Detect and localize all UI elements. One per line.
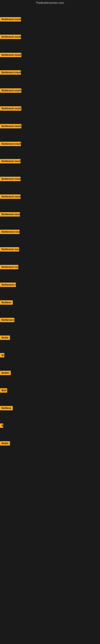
bottleneck-badge-8[interactable]: Bottleneck result [0,142,21,146]
bottleneck-badge-25[interactable]: Bottle [0,441,10,446]
bottleneck-badge-container-10: Bottleneck result [0,177,21,182]
bottleneck-badge-15[interactable]: Bottleneck result [0,265,18,269]
bottleneck-badge-23[interactable]: Bottlene [0,406,13,410]
bottleneck-badge-container-12: Bottleneck result [0,212,20,217]
bottleneck-badge-container-3: Bottleneck result [0,53,21,58]
bottleneck-badge-2[interactable]: Bottleneck result [0,34,21,39]
bottleneck-badge-container-19: Bottle [0,336,10,341]
bottleneck-badge-20[interactable]: Bo [0,353,4,358]
bottleneck-badge-container-4: Bottleneck result [0,70,21,76]
bottleneck-badge-container-16: Bottleneck re [0,282,16,288]
bottleneck-badge-container-25: Bottle [0,441,10,446]
bottleneck-badge-container-13: Bottleneck result [0,230,20,235]
bottleneck-badge-17[interactable]: Bottlene [0,300,13,305]
bottleneck-badge-container-7: Bottleneck result [0,124,21,129]
bottleneck-badge-21[interactable]: Bottler [0,371,11,375]
bottleneck-badge-22[interactable]: Bott [0,388,7,393]
bottleneck-badge-container-8: Bottleneck result [0,142,21,147]
bottleneck-badge-10[interactable]: Bottleneck result [0,177,21,181]
bottleneck-badge-7[interactable]: Bottleneck result [0,124,21,128]
bottleneck-badge-container-17: Bottlene [0,300,13,306]
bottleneck-badge-14[interactable]: Bottleneck result [0,247,19,252]
bottleneck-badge-container-23: Bottlene [0,406,13,411]
bottleneck-badge-1[interactable]: Bottleneck result [0,17,21,22]
bottleneck-badge-13[interactable]: Bottleneck result [0,230,20,234]
bottleneck-badge-container-18: Bottleneck [0,318,14,323]
bottleneck-badge-container-20: Bo [0,353,4,358]
bottleneck-badge-container-9: Bottleneck result [0,159,21,164]
bottleneck-badge-container-22: Bott [0,388,7,394]
bottleneck-badge-6[interactable]: Bottleneck result [0,106,21,111]
bottleneck-badge-4[interactable]: Bottleneck result [0,70,21,75]
bottleneck-badge-container-5: Bottleneck result [0,88,21,94]
bottleneck-badge-container-14: Bottleneck result [0,247,19,252]
bottleneck-badge-11[interactable]: Bottleneck result [0,194,21,199]
bottleneck-badge-3[interactable]: Bottleneck result [0,53,21,57]
bottleneck-badge-9[interactable]: Bottleneck result [0,159,21,164]
bottleneck-badge-container-2: Bottleneck result [0,34,21,40]
site-title: TheBottlenecker.com [0,0,100,6]
bottleneck-badge-24[interactable]: B [0,424,3,428]
bottleneck-badge-18[interactable]: Bottleneck [0,318,14,322]
bottleneck-badge-container-1: Bottleneck result [0,17,21,22]
bottleneck-badge-container-15: Bottleneck result [0,265,18,270]
bottleneck-badge-12[interactable]: Bottleneck result [0,212,20,216]
bottleneck-badge-16[interactable]: Bottleneck re [0,282,16,287]
bottleneck-badge-19[interactable]: Bottle [0,336,10,340]
bottleneck-badge-5[interactable]: Bottleneck result [0,88,21,93]
bottleneck-badge-container-21: Bottler [0,371,11,376]
bottleneck-badge-container-24: B [0,424,3,429]
bottleneck-badge-container-6: Bottleneck result [0,106,21,112]
bottleneck-badge-container-11: Bottleneck result [0,194,21,200]
